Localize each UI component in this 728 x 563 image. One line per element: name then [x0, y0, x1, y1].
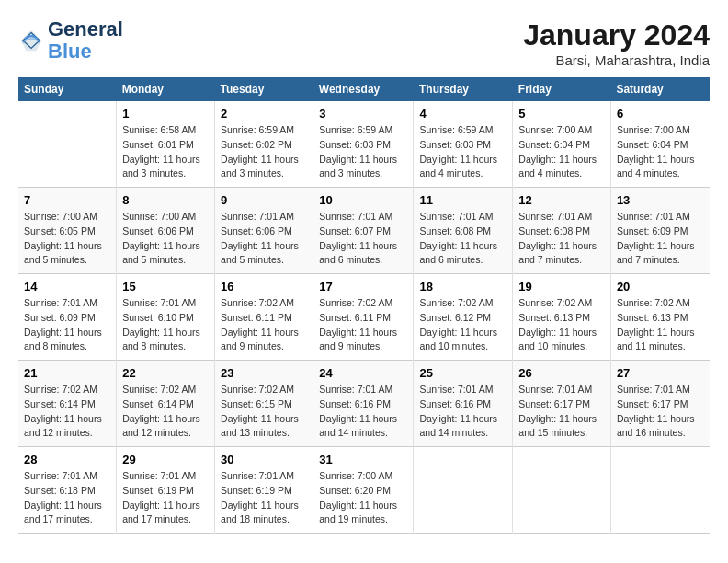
column-header-friday: Friday [513, 77, 611, 101]
day-number: 23 [221, 366, 307, 380]
day-info: Sunrise: 7:01 AMSunset: 6:18 PMDaylight:… [24, 469, 110, 527]
day-cell: 30Sunrise: 7:01 AMSunset: 6:19 PMDayligh… [215, 447, 313, 534]
day-info: Sunrise: 7:00 AMSunset: 6:20 PMDaylight:… [319, 469, 407, 527]
day-cell [18, 101, 117, 188]
day-cell: 5Sunrise: 7:00 AMSunset: 6:04 PMDaylight… [513, 101, 611, 188]
day-number: 31 [319, 453, 407, 466]
day-cell: 8Sunrise: 7:00 AMSunset: 6:06 PMDaylight… [117, 188, 215, 274]
calendar-table: SundayMondayTuesdayWednesdayThursdayFrid… [18, 77, 710, 534]
day-info: Sunrise: 7:01 AMSunset: 6:17 PMDaylight:… [518, 383, 605, 441]
day-info: Sunrise: 7:02 AMSunset: 6:13 PMDaylight:… [617, 296, 704, 354]
day-cell: 7Sunrise: 7:00 AMSunset: 6:05 PMDaylight… [18, 188, 117, 274]
day-info: Sunrise: 7:02 AMSunset: 6:11 PMDaylight:… [319, 296, 407, 354]
day-cell: 16Sunrise: 7:02 AMSunset: 6:11 PMDayligh… [215, 274, 313, 361]
day-info: Sunrise: 7:02 AMSunset: 6:12 PMDaylight:… [419, 296, 506, 354]
column-header-saturday: Saturday [610, 77, 710, 101]
week-row-2: 7Sunrise: 7:00 AMSunset: 6:05 PMDaylight… [18, 188, 710, 274]
day-cell: 24Sunrise: 7:01 AMSunset: 6:16 PMDayligh… [313, 361, 414, 447]
day-info: Sunrise: 7:02 AMSunset: 6:14 PMDaylight:… [24, 383, 110, 441]
day-cell: 4Sunrise: 6:59 AMSunset: 6:03 PMDaylight… [414, 101, 513, 188]
column-header-wednesday: Wednesday [313, 77, 414, 101]
day-cell: 29Sunrise: 7:01 AMSunset: 6:19 PMDayligh… [117, 447, 215, 534]
day-cell: 27Sunrise: 7:01 AMSunset: 6:17 PMDayligh… [610, 361, 710, 447]
day-cell: 20Sunrise: 7:02 AMSunset: 6:13 PMDayligh… [610, 274, 710, 361]
day-cell: 23Sunrise: 7:02 AMSunset: 6:15 PMDayligh… [215, 361, 313, 447]
day-number: 24 [319, 366, 407, 380]
day-number: 13 [617, 193, 704, 207]
day-number: 7 [24, 193, 110, 207]
page-header: General Blue January 2024 Barsi, Maharas… [18, 18, 710, 68]
day-cell [610, 447, 710, 534]
day-number: 27 [617, 366, 704, 380]
day-number: 8 [122, 193, 209, 207]
day-info: Sunrise: 7:00 AMSunset: 6:05 PMDaylight:… [24, 210, 110, 268]
day-cell: 18Sunrise: 7:02 AMSunset: 6:12 PMDayligh… [414, 274, 513, 361]
day-cell: 21Sunrise: 7:02 AMSunset: 6:14 PMDayligh… [18, 361, 117, 447]
logo-icon [18, 28, 44, 53]
day-number: 14 [24, 280, 110, 293]
day-number: 1 [122, 107, 209, 121]
day-info: Sunrise: 6:59 AMSunset: 6:02 PMDaylight:… [221, 123, 307, 181]
day-cell: 6Sunrise: 7:00 AMSunset: 6:04 PMDaylight… [610, 101, 710, 188]
logo: General Blue [18, 18, 123, 63]
day-cell: 17Sunrise: 7:02 AMSunset: 6:11 PMDayligh… [313, 274, 414, 361]
day-info: Sunrise: 6:58 AMSunset: 6:01 PMDaylight:… [122, 123, 209, 181]
day-info: Sunrise: 7:01 AMSunset: 6:08 PMDaylight:… [419, 210, 506, 268]
day-cell: 2Sunrise: 6:59 AMSunset: 6:02 PMDaylight… [215, 101, 313, 188]
day-number: 11 [419, 193, 506, 207]
day-info: Sunrise: 7:01 AMSunset: 6:07 PMDaylight:… [319, 210, 407, 268]
day-number: 9 [221, 193, 307, 207]
day-number: 15 [122, 280, 209, 293]
day-number: 2 [221, 107, 307, 121]
day-cell: 11Sunrise: 7:01 AMSunset: 6:08 PMDayligh… [414, 188, 513, 274]
day-number: 5 [518, 107, 605, 121]
day-number: 12 [518, 193, 605, 207]
day-info: Sunrise: 7:02 AMSunset: 6:14 PMDaylight:… [122, 383, 209, 441]
day-number: 19 [518, 280, 605, 293]
day-info: Sunrise: 7:01 AMSunset: 6:08 PMDaylight:… [518, 210, 605, 268]
day-number: 29 [122, 453, 209, 466]
day-number: 22 [122, 366, 209, 380]
day-info: Sunrise: 7:01 AMSunset: 6:06 PMDaylight:… [221, 210, 307, 268]
day-number: 10 [319, 193, 407, 207]
day-number: 18 [419, 280, 506, 293]
week-row-4: 21Sunrise: 7:02 AMSunset: 6:14 PMDayligh… [18, 361, 710, 447]
day-number: 25 [419, 366, 506, 380]
day-number: 30 [221, 453, 307, 466]
day-cell: 9Sunrise: 7:01 AMSunset: 6:06 PMDaylight… [215, 188, 313, 274]
day-info: Sunrise: 7:00 AMSunset: 6:04 PMDaylight:… [518, 123, 605, 181]
week-row-1: 1Sunrise: 6:58 AMSunset: 6:01 PMDaylight… [18, 101, 710, 188]
day-number: 6 [617, 107, 704, 121]
column-header-row: SundayMondayTuesdayWednesdayThursdayFrid… [18, 77, 710, 101]
day-cell [513, 447, 611, 534]
day-number: 20 [617, 280, 704, 293]
day-cell: 25Sunrise: 7:01 AMSunset: 6:16 PMDayligh… [414, 361, 513, 447]
column-header-thursday: Thursday [414, 77, 513, 101]
day-number: 26 [518, 366, 605, 380]
day-info: Sunrise: 7:01 AMSunset: 6:17 PMDaylight:… [617, 383, 704, 441]
day-number: 28 [24, 453, 110, 466]
day-cell: 1Sunrise: 6:58 AMSunset: 6:01 PMDaylight… [117, 101, 215, 188]
day-info: Sunrise: 7:02 AMSunset: 6:11 PMDaylight:… [221, 296, 307, 354]
day-number: 4 [419, 107, 506, 121]
day-info: Sunrise: 7:01 AMSunset: 6:16 PMDaylight:… [319, 383, 407, 441]
day-number: 17 [319, 280, 407, 293]
day-cell: 28Sunrise: 7:01 AMSunset: 6:18 PMDayligh… [18, 447, 117, 534]
day-cell: 15Sunrise: 7:01 AMSunset: 6:10 PMDayligh… [117, 274, 215, 361]
day-info: Sunrise: 7:02 AMSunset: 6:13 PMDaylight:… [518, 296, 605, 354]
day-cell: 12Sunrise: 7:01 AMSunset: 6:08 PMDayligh… [513, 188, 611, 274]
day-info: Sunrise: 7:01 AMSunset: 6:09 PMDaylight:… [24, 296, 110, 354]
day-info: Sunrise: 6:59 AMSunset: 6:03 PMDaylight:… [419, 123, 506, 181]
month-title: January 2024 [523, 18, 710, 52]
day-info: Sunrise: 7:01 AMSunset: 6:10 PMDaylight:… [122, 296, 209, 354]
day-info: Sunrise: 7:01 AMSunset: 6:16 PMDaylight:… [419, 383, 506, 441]
day-cell: 22Sunrise: 7:02 AMSunset: 6:14 PMDayligh… [117, 361, 215, 447]
location-subtitle: Barsi, Maharashtra, India [523, 52, 710, 68]
day-number: 3 [319, 107, 407, 121]
week-row-3: 14Sunrise: 7:01 AMSunset: 6:09 PMDayligh… [18, 274, 710, 361]
day-info: Sunrise: 7:02 AMSunset: 6:15 PMDaylight:… [221, 383, 307, 441]
day-info: Sunrise: 7:01 AMSunset: 6:19 PMDaylight:… [122, 469, 209, 527]
column-header-tuesday: Tuesday [215, 77, 313, 101]
day-cell: 13Sunrise: 7:01 AMSunset: 6:09 PMDayligh… [610, 188, 710, 274]
day-number: 21 [24, 366, 110, 380]
